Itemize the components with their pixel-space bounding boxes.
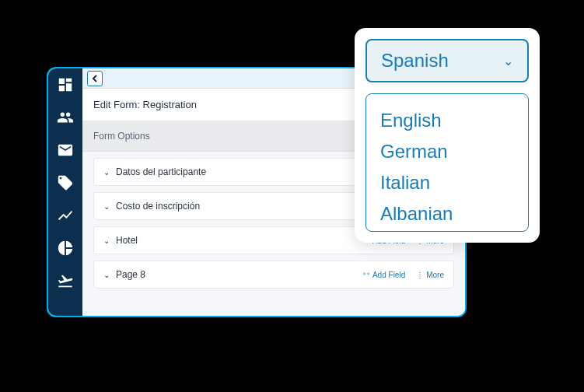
language-select[interactable]: Spanish ⌄ <box>365 39 529 82</box>
dashboard-icon[interactable] <box>57 76 74 93</box>
flight-icon[interactable] <box>57 272 74 289</box>
add-field-button[interactable]: ⁺⁺ Add Field <box>362 271 405 279</box>
language-options: English German Italian Albanian <box>365 93 529 232</box>
chevron-down-icon: ⌄ <box>103 202 110 211</box>
language-selected: Spanish <box>381 50 449 72</box>
language-option[interactable]: Italian <box>380 167 514 198</box>
mail-icon[interactable] <box>57 142 74 159</box>
tag-icon[interactable] <box>57 174 74 191</box>
sidebar <box>48 68 82 316</box>
section-label: Costo de inscripción <box>116 201 200 212</box>
more-button[interactable]: ⋮ More <box>416 271 444 279</box>
chevron-down-icon: ⌄ <box>103 271 110 279</box>
chart-icon[interactable] <box>57 240 74 257</box>
plus-icon: ⁺⁺ <box>362 271 370 279</box>
back-button[interactable] <box>87 71 103 86</box>
section-label: Datos del participante <box>116 166 206 177</box>
language-option[interactable]: English <box>380 105 514 136</box>
chevron-down-icon: ⌄ <box>103 236 110 245</box>
chevron-down-icon: ⌄ <box>103 168 110 177</box>
section-label: Hotel <box>116 235 138 246</box>
language-popup: Spanish ⌄ English German Italian Albania… <box>355 28 540 243</box>
page-title: Edit Form: Registration <box>93 99 197 110</box>
section-label: Page 8 <box>116 269 145 280</box>
section-row[interactable]: ⌄ Page 8 ⁺⁺ Add Field ⋮ More <box>93 261 454 289</box>
dots-icon: ⋮ <box>416 271 424 279</box>
people-icon[interactable] <box>57 109 74 126</box>
analytics-icon[interactable] <box>57 207 74 224</box>
chevron-down-icon: ⌄ <box>503 54 513 68</box>
language-option[interactable]: German <box>380 136 514 167</box>
language-option[interactable]: Albanian <box>380 198 514 229</box>
